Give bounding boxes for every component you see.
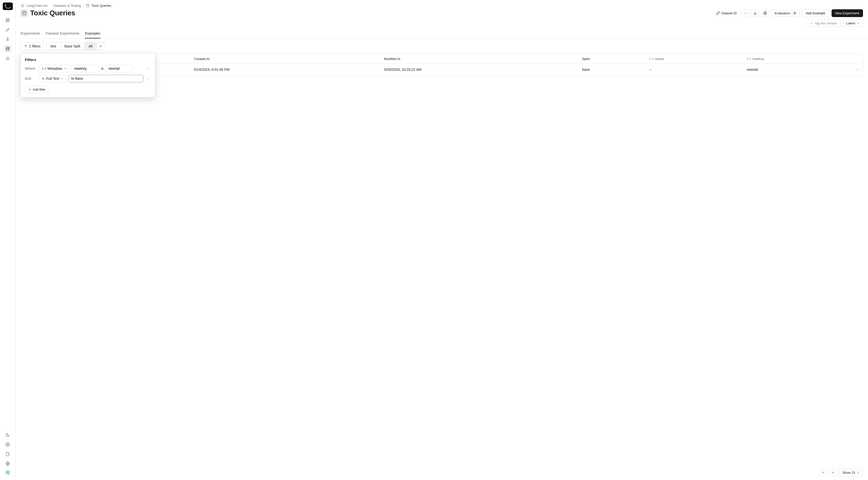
- tab-examples[interactable]: Examples: [85, 29, 100, 38]
- seg-all[interactable]: All: [85, 42, 97, 50]
- col-recent: {·}recent: [646, 54, 743, 64]
- seg-test[interactable]: test: [46, 42, 61, 50]
- cell-splits: base: [579, 64, 646, 75]
- svg-rect-4: [8, 20, 9, 22]
- more-menu-button[interactable]: [741, 9, 749, 17]
- svg-rect-3: [6, 20, 7, 22]
- add-example-button[interactable]: Add Example: [802, 9, 829, 17]
- filter-value-input[interactable]: [105, 65, 133, 72]
- page-size-label: Show 15: [842, 471, 855, 475]
- chevron-down-icon: [61, 77, 64, 80]
- filter-fulltext-input[interactable]: [68, 75, 144, 82]
- crumb-current: Toxic Queries: [91, 4, 111, 7]
- evaluators-button[interactable]: Evaluators 1: [772, 10, 800, 17]
- add-filter-label: Add filter: [33, 88, 45, 91]
- tab-experiments[interactable]: Experiments: [21, 29, 40, 38]
- tab-bar: Experiments Pairwise Experiments Example…: [16, 29, 868, 39]
- svg-rect-1: [6, 19, 7, 20]
- braces-icon: {·}: [42, 67, 46, 70]
- add-filter-button[interactable]: Add filter: [25, 86, 49, 93]
- new-experiment-button[interactable]: New Experiment: [832, 9, 863, 17]
- filter-key-input[interactable]: [71, 65, 99, 72]
- dataset-id-button[interactable]: Dataset ID: [714, 10, 739, 17]
- filters-popover: Filters Where {·} Metadata is And: [21, 53, 155, 97]
- col-recent-label: recent: [655, 57, 664, 61]
- nav-item-datasets[interactable]: [4, 45, 12, 53]
- filters-count-label: 2 filters: [29, 44, 40, 48]
- next-page-button[interactable]: [829, 469, 837, 477]
- cell-modified-at: 5/29/2024, 10:29:22 AM: [380, 64, 579, 75]
- svg-point-13: [745, 13, 745, 13]
- row-menu-button[interactable]: [856, 68, 859, 71]
- col-splits: Splits: [579, 54, 646, 64]
- svg-rect-2: [8, 19, 9, 20]
- filter-remove-button[interactable]: [146, 66, 151, 71]
- cell-newkey: newVal: [743, 64, 852, 75]
- col-actions: [852, 54, 863, 64]
- evaluators-label: Evaluators: [775, 11, 790, 15]
- svg-point-17: [857, 68, 858, 69]
- page-size-select[interactable]: Show 15: [839, 469, 863, 477]
- app-logo[interactable]: [3, 2, 13, 10]
- crumb-datasets[interactable]: Datasets & Testing: [54, 4, 81, 7]
- nav-item-annotations[interactable]: [4, 54, 12, 62]
- search-icon: [42, 77, 45, 80]
- svg-point-11: [23, 11, 25, 12]
- filter-remove-button-2[interactable]: [146, 76, 151, 81]
- tag-version-label: Tag this version: [814, 21, 837, 25]
- version-label: Latest: [846, 21, 855, 25]
- filter-row-fulltext: And Full Text: [25, 75, 151, 82]
- evaluators-count: 1: [792, 11, 797, 15]
- filter-field-select-2[interactable]: Full Text: [39, 75, 67, 82]
- svg-point-7: [7, 444, 8, 445]
- seg-add[interactable]: [97, 42, 105, 50]
- breadcrumb: LangChain Inc. › Datasets & Testing › To…: [16, 0, 868, 7]
- filter-field-select[interactable]: {·} Metadata: [39, 65, 69, 72]
- braces-icon: {·}: [649, 57, 653, 61]
- cell-recent: --: [646, 64, 743, 75]
- nav-item-web[interactable]: [4, 459, 12, 468]
- filter-row-metadata: Where {·} Metadata is: [25, 65, 151, 72]
- col-created-at: Created At: [190, 54, 380, 64]
- svg-point-14: [746, 13, 746, 13]
- nav-item-theme[interactable]: [4, 431, 12, 439]
- crumb-org[interactable]: LangChain Inc.: [27, 4, 49, 7]
- version-select[interactable]: Latest: [843, 20, 863, 27]
- popover-title: Filters: [25, 58, 151, 62]
- main-content: LangChain Inc. › Datasets & Testing › To…: [16, 0, 868, 480]
- nav-item-edit[interactable]: [4, 26, 12, 34]
- user-avatar[interactable]: [4, 469, 11, 476]
- chevron-right-icon: ›: [83, 4, 84, 7]
- seg-base-split[interactable]: Base Split: [61, 42, 85, 50]
- database-icon: [21, 9, 28, 17]
- left-nav-rail: [0, 0, 16, 480]
- tag-version-button[interactable]: Tag this version: [807, 20, 840, 27]
- filters-button[interactable]: 2 filters: [21, 42, 44, 50]
- filter-where-label: Where: [25, 67, 37, 70]
- nav-item-settings[interactable]: [4, 440, 12, 448]
- nav-item-docs[interactable]: [4, 450, 12, 458]
- download-button[interactable]: [751, 9, 759, 17]
- svg-point-6: [7, 58, 8, 58]
- col-newkey: {·}newKey: [743, 54, 852, 64]
- database-icon: [86, 4, 89, 7]
- chevron-sort-icon: [857, 471, 860, 474]
- examples-table-wrap: Input Output Created At Modified At Spli…: [16, 54, 868, 465]
- nav-item-deploy[interactable]: [4, 35, 12, 43]
- svg-point-0: [5, 5, 6, 6]
- prev-page-button[interactable]: [819, 469, 827, 477]
- svg-point-5: [6, 47, 9, 48]
- version-bar: Tag this version Latest: [16, 20, 868, 29]
- filter-is-label: is: [101, 67, 103, 70]
- filter-bar: 2 filters test Base Split All Filters Wh…: [16, 39, 868, 54]
- cell-created-at: 5/14/2024, 6:01:40 PM: [190, 64, 380, 75]
- dataset-id-label: Dataset ID: [721, 11, 737, 15]
- col-newkey-label: newKey: [752, 57, 764, 61]
- svg-point-9: [7, 471, 8, 472]
- tab-pairwise[interactable]: Pairwise Experiments: [46, 29, 80, 38]
- filter-and-label: And: [25, 76, 37, 81]
- table-footer: Show 15: [16, 465, 868, 480]
- share-button[interactable]: [762, 9, 769, 17]
- svg-point-19: [857, 70, 858, 71]
- nav-item-dashboard[interactable]: [4, 16, 12, 24]
